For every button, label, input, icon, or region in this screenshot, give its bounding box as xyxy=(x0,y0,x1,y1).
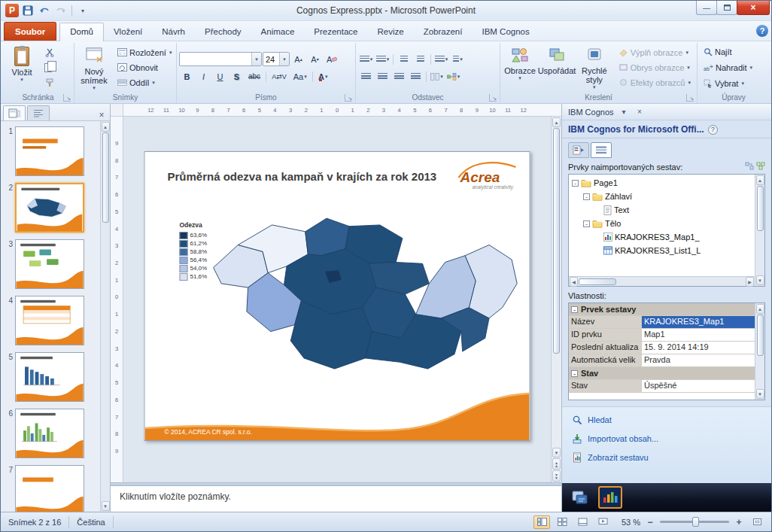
slide-thumbnail-2[interactable] xyxy=(15,183,84,233)
slide-canvas[interactable]: Průměrná odezva na kampaň v krajích za r… xyxy=(144,151,530,441)
section-expander-icon[interactable]: - xyxy=(571,370,578,377)
scroll-down-icon[interactable]: ▼ xyxy=(552,448,561,458)
reading-view-button[interactable] xyxy=(574,515,591,529)
minimize-button[interactable]: — xyxy=(696,1,717,15)
thumbnails-scroll-up-icon[interactable]: ▲ xyxy=(102,122,110,132)
zoom-out-button[interactable]: − xyxy=(644,516,656,528)
slide-scrollbar-thumb[interactable] xyxy=(553,128,560,354)
paragraph-dialog-launcher[interactable] xyxy=(489,94,497,102)
bold-button[interactable]: B xyxy=(179,69,195,84)
slide-thumbnail-1[interactable] xyxy=(15,126,84,176)
zoom-slider-thumb[interactable] xyxy=(692,517,699,527)
section-button[interactable]: Oddíl▾ xyxy=(114,75,175,90)
properties-scroll-up-icon[interactable]: ▲ xyxy=(756,304,764,314)
zoom-in-button[interactable]: + xyxy=(733,516,745,528)
thumbnails-scroll-down-icon[interactable]: ▼ xyxy=(102,501,110,511)
tree-expander-icon[interactable]: - xyxy=(583,220,590,227)
tree-scroll-left-icon[interactable]: ◀ xyxy=(570,277,578,287)
horizontal-ruler[interactable]: 1211109876543210123456789101112 xyxy=(123,104,561,117)
action-link-zobrazit-sestavu[interactable]: Zobrazit sestavu xyxy=(571,452,762,463)
ribbon-tab-prechody[interactable]: Přechody xyxy=(195,23,251,41)
slide-scrollbar[interactable]: ▲ ▼ ▲▲ ▼▼ xyxy=(551,117,561,482)
tree-scroll-right-icon[interactable]: ▶ xyxy=(746,277,754,287)
grow-font-button[interactable]: A▴ xyxy=(290,52,306,66)
slide-title[interactable]: Průměrná odezva na kampaň v krajích za r… xyxy=(168,170,437,183)
font-size-combo[interactable]: 24▾ xyxy=(263,52,290,66)
text-shadow-button[interactable]: S xyxy=(229,69,245,84)
ibm-cognos-icon[interactable] xyxy=(598,486,622,509)
normal-view-button[interactable] xyxy=(533,515,550,529)
previous-slide-button[interactable]: ▲▲ xyxy=(552,458,561,470)
convert-to-smartart-button[interactable]: ▾ xyxy=(445,69,461,84)
align-left-button[interactable] xyxy=(358,69,374,84)
slide-thumbnail-3[interactable] xyxy=(15,239,84,289)
maximize-button[interactable] xyxy=(716,1,737,15)
refresh-tree-icon[interactable] xyxy=(756,162,765,172)
next-slide-button[interactable]: ▼▼ xyxy=(552,470,561,482)
ribbon-tab-vlozeni[interactable]: Vložení xyxy=(104,23,152,41)
font-name-combo[interactable]: ▾ xyxy=(179,52,262,66)
columns-button[interactable]: ▾ xyxy=(429,69,445,84)
ribbon-tab-navrh[interactable]: Návrh xyxy=(152,23,195,41)
fit-to-window-button[interactable] xyxy=(749,515,765,529)
redo-button[interactable] xyxy=(53,3,68,18)
tree-item-text[interactable]: Text xyxy=(569,203,755,217)
tree-horizontal-scrollbar[interactable]: ◀ ▶ xyxy=(569,276,755,286)
tree-vertical-scrollbar[interactable]: ▲ ▼ xyxy=(755,175,764,286)
qat-customize-button[interactable]: ▾ xyxy=(75,3,90,18)
outline-tab[interactable] xyxy=(27,105,50,120)
collapse-all-icon[interactable] xyxy=(745,162,754,172)
strikethrough-button[interactable]: abc xyxy=(245,69,263,84)
slide-canvas-area[interactable]: Průměrná odezva na kampaň v krajích za r… xyxy=(123,117,551,482)
numbering-button[interactable]: ▾ xyxy=(375,52,391,66)
properties-scrollbar-thumb[interactable] xyxy=(757,315,764,356)
zoom-slider[interactable] xyxy=(660,521,729,523)
shape-effects-button[interactable]: Efekty obrazců▾ xyxy=(615,75,694,90)
shape-outline-button[interactable]: Obrys obrazce▾ xyxy=(615,60,694,74)
tree-scroll-down-icon[interactable]: ▼ xyxy=(756,275,764,285)
tree-scroll-up-icon[interactable]: ▲ xyxy=(756,175,764,185)
font-dialog-launcher[interactable] xyxy=(345,94,352,102)
slide-thumbnail-7[interactable] xyxy=(15,465,84,512)
action-link-importovat-obsah[interactable]: Importovat obsah... xyxy=(571,433,762,444)
slide-thumbnail-4[interactable] xyxy=(15,296,84,345)
slide-thumbnail-5[interactable] xyxy=(15,352,84,402)
task-pane-dropdown-icon[interactable]: ▾ xyxy=(619,108,630,116)
shapes-button[interactable]: Obrazce ▾ xyxy=(503,44,537,92)
decrease-indent-button[interactable] xyxy=(396,52,412,66)
italic-button[interactable]: I xyxy=(196,69,211,84)
character-spacing-button[interactable]: A⇄V xyxy=(269,69,290,84)
czech-republic-map[interactable] xyxy=(208,199,521,390)
slides-panel-close-icon[interactable]: × xyxy=(96,110,108,120)
powerpoint-icon[interactable]: P xyxy=(5,4,19,17)
property-value[interactable]: KRAJOKRES3_Map1 xyxy=(642,316,755,328)
underline-button[interactable]: U xyxy=(212,69,228,84)
vertical-ruler[interactable]: 9876543210123456789 xyxy=(111,117,123,482)
slide-thumbnail-6[interactable] xyxy=(15,409,84,458)
slides-tab[interactable] xyxy=(3,105,26,120)
language-indicator[interactable]: Čeština xyxy=(69,516,113,528)
font-color-button[interactable]: A▾ xyxy=(315,69,331,84)
section-expander-icon[interactable]: - xyxy=(571,306,578,313)
copy-button[interactable] xyxy=(41,60,57,74)
tree-item-page1[interactable]: -Page1 xyxy=(569,176,755,190)
thumbnails-scrollbar-thumb[interactable] xyxy=(102,132,109,223)
tree-item-krajokres3-list1-l[interactable]: KRAJOKRES3_List1_L xyxy=(569,244,755,257)
align-center-button[interactable] xyxy=(375,69,391,84)
close-button[interactable]: × xyxy=(737,1,770,15)
tree-expander-icon[interactable]: - xyxy=(572,180,579,187)
bullets-button[interactable]: ▾ xyxy=(358,52,374,66)
layout-button[interactable]: Rozložení▾ xyxy=(114,45,175,59)
task-pane-close-icon[interactable]: × xyxy=(634,108,646,116)
clear-formatting-button[interactable]: A xyxy=(324,52,340,66)
properties-scroll-down-icon[interactable]: ▼ xyxy=(756,389,764,399)
cognos-report-tab[interactable] xyxy=(568,142,589,158)
new-slide-button[interactable]: Nový snímek ▾ xyxy=(77,44,111,92)
ribbon-tab-soubor[interactable]: Soubor xyxy=(4,22,56,41)
clipboard-dialog-launcher[interactable] xyxy=(63,94,71,102)
tree-item-krajokres3-map1[interactable]: KRAJOKRES3_Map1_ xyxy=(569,230,755,244)
tree-item-telo[interactable]: -Tělo xyxy=(569,217,755,230)
find-button[interactable]: Najít xyxy=(700,45,767,59)
replace-button[interactable]: abNahradit▾ xyxy=(700,61,767,75)
format-painter-button[interactable] xyxy=(41,75,57,90)
